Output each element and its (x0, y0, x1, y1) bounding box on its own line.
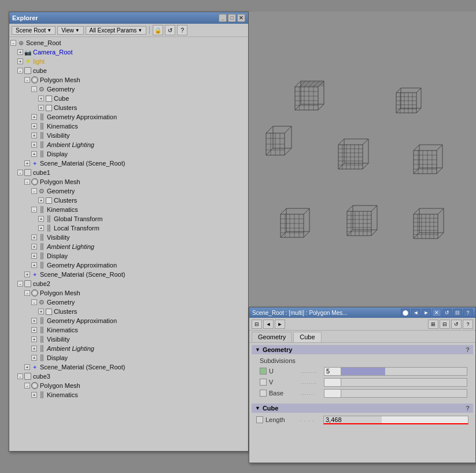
props-icon-2[interactable]: ↺ (442, 309, 452, 317)
tree-item-cube_geom_approx[interactable]: +Geometry Approximation (9, 112, 248, 122)
tree-item-cube1_geometry_group[interactable]: -⚙Geometry (9, 186, 248, 196)
cube-section-header[interactable]: ▼ Cube ? (252, 404, 473, 413)
expand-btn-cube_display[interactable]: + (31, 151, 37, 157)
expand-btn-cube2_geometry_group[interactable]: - (31, 299, 37, 305)
expand-btn-cube3[interactable]: - (17, 373, 23, 379)
tab-geometry[interactable]: Geometry (252, 332, 292, 342)
tree-item-cube_clusters[interactable]: +Clusters (9, 103, 248, 112)
tree-item-cube2_geom_approx[interactable]: +Geometry Approximation (9, 316, 248, 325)
expand-btn-cube1_ambient[interactable]: + (31, 244, 37, 250)
tree-item-cube1_scene_mat[interactable]: +✦Scene_Material (Scene_Root) (9, 270, 248, 279)
expand-btn-cube2_visibility[interactable]: + (31, 336, 37, 342)
expand-btn-cube2_scene_mat[interactable]: + (24, 364, 30, 370)
expand-btn-cube2_geom_approx[interactable]: + (31, 318, 37, 324)
length-value-box[interactable]: 3,468 (323, 416, 468, 424)
props-icon-1[interactable]: ⬤ (401, 309, 410, 317)
tree-item-cube_display[interactable]: +Display (9, 149, 248, 159)
u-slider[interactable] (341, 367, 467, 376)
props-toolbar-btn-1[interactable]: ⊟ (252, 320, 262, 329)
expand-btn-cube_scene_mat[interactable]: + (24, 160, 30, 166)
expand-btn-cube1_scene_mat[interactable]: + (24, 272, 30, 277)
expand-btn-cube_geom_approx[interactable]: + (31, 114, 37, 120)
view-button[interactable]: View ▼ (57, 26, 83, 35)
maximize-button[interactable]: □ (228, 14, 236, 22)
expand-btn-cube_polygon_mesh[interactable]: - (24, 77, 30, 83)
expand-btn-cube2_clusters[interactable]: + (38, 309, 44, 314)
expand-btn-cube1_polygon_mesh[interactable]: - (24, 179, 30, 185)
expand-btn-cube_clusters[interactable]: + (38, 105, 44, 111)
tree-item-cube2_polygon_mesh[interactable]: -Polygon Mesh (9, 288, 248, 298)
close-button[interactable]: ✕ (237, 14, 245, 22)
expand-btn-cube1_geom_approx[interactable]: + (31, 262, 37, 268)
geometry-question-icon[interactable]: ? (466, 346, 470, 353)
refresh-icon[interactable]: ↺ (165, 25, 175, 35)
props-icon-3[interactable]: ⊟ (453, 309, 462, 317)
expand-btn-cube_visibility[interactable]: + (31, 133, 37, 138)
geometry-section-header[interactable]: ▼ Geometry ? (252, 345, 473, 354)
tree-container[interactable]: -⊕Scene_Root+📷Camera_Root+☀light-cube-Po… (9, 37, 248, 451)
expand-btn-cube_cube[interactable]: + (38, 96, 44, 101)
tree-item-cube3[interactable]: -cube3 (9, 372, 248, 381)
expand-btn-cube1_geometry_group[interactable]: - (31, 188, 37, 194)
props-nav-forward[interactable]: ► (422, 309, 431, 317)
expand-btn-cube2_display[interactable]: + (31, 355, 37, 361)
props-toolbar-btn-3[interactable]: ► (275, 320, 285, 329)
tree-item-cube2_clusters[interactable]: +Clusters (9, 307, 248, 316)
tree-item-cube1_global_transform[interactable]: +Global Transform (9, 214, 248, 223)
props-toolbar-btn-2[interactable]: ◄ (263, 320, 274, 329)
tree-item-cube_polygon_mesh[interactable]: -Polygon Mesh (9, 75, 248, 85)
help-icon[interactable]: ? (177, 25, 187, 35)
expand-btn-scene_root[interactable]: - (10, 40, 16, 46)
u-value[interactable]: 5 (324, 367, 341, 376)
expand-btn-cube1_global_transform[interactable]: + (38, 216, 44, 222)
expand-btn-camera_root[interactable]: + (17, 49, 23, 55)
expand-btn-cube1_local_transform[interactable]: + (38, 225, 44, 231)
lock-icon[interactable]: 🔒 (153, 25, 163, 35)
expand-btn-light[interactable]: + (17, 58, 23, 64)
tree-item-cube2[interactable]: -cube2 (9, 279, 248, 288)
tree-item-cube2_geometry_group[interactable]: -⚙Geometry (9, 298, 248, 307)
cube-question-icon[interactable]: ? (466, 405, 470, 412)
tree-item-cube2_visibility[interactable]: +Visibility (9, 335, 248, 344)
tree-item-cube1[interactable]: -cube1 (9, 168, 248, 177)
tree-item-light[interactable]: +☀light (9, 57, 248, 66)
props-help-icon[interactable]: ? (463, 309, 473, 317)
tree-item-cube_cube[interactable]: +Cube (9, 94, 248, 103)
expand-btn-cube1_clusters[interactable]: + (38, 197, 44, 203)
expand-btn-cube[interactable]: - (17, 68, 23, 74)
expand-btn-cube3_polygon_mesh[interactable]: - (24, 383, 30, 388)
props-toolbar-btn-5[interactable]: ⊟ (440, 320, 450, 329)
tree-item-cube3_kinematics[interactable]: +Kinematics (9, 390, 248, 399)
expand-btn-cube3_kinematics[interactable]: + (31, 392, 37, 398)
tree-item-cube[interactable]: -cube (9, 66, 248, 75)
base-checkbox[interactable] (260, 390, 267, 397)
expand-btn-cube1_kinematics[interactable]: - (31, 207, 37, 212)
expand-btn-cube2_kinematics[interactable]: + (31, 327, 37, 333)
tree-item-cube2_display[interactable]: +Display (9, 353, 248, 362)
expand-btn-cube_kinematics[interactable]: + (31, 123, 37, 129)
u-checkbox[interactable] (260, 368, 267, 375)
minimize-button[interactable]: _ (219, 14, 227, 22)
props-toolbar-btn-6[interactable]: ↺ (451, 320, 462, 329)
tree-item-cube3_polygon_mesh[interactable]: -Polygon Mesh (9, 381, 248, 390)
tree-item-cube1_geom_approx[interactable]: +Geometry Approximation (9, 261, 248, 270)
props-toolbar-btn-4[interactable]: ⊞ (428, 320, 438, 329)
base-slider[interactable] (341, 389, 467, 398)
tab-cube[interactable]: Cube (293, 332, 321, 342)
expand-btn-cube1[interactable]: - (17, 170, 23, 175)
tree-item-cube2_ambient[interactable]: +Ambient Lighting (9, 344, 248, 353)
props-nav-back[interactable]: ◄ (411, 309, 420, 317)
props-close-btn[interactable]: ✕ (432, 309, 441, 317)
v-slider[interactable] (341, 378, 467, 387)
expand-btn-cube2_ambient[interactable]: + (31, 346, 37, 351)
tree-item-cube1_visibility[interactable]: +Visibility (9, 233, 248, 242)
v-value[interactable] (324, 378, 341, 387)
length-checkbox[interactable] (256, 416, 263, 423)
tree-item-cube2_scene_mat[interactable]: +✦Scene_Material (Scene_Root) (9, 362, 248, 372)
expand-btn-cube_geometry_group[interactable]: - (31, 86, 37, 92)
tree-item-cube2_kinematics[interactable]: +Kinematics (9, 325, 248, 335)
expand-btn-cube2[interactable]: - (17, 281, 23, 287)
props-toolbar-btn-7[interactable]: ? (463, 320, 473, 329)
tree-item-cube1_ambient[interactable]: +Ambient Lighting (9, 242, 248, 251)
tree-item-cube_geometry_group[interactable]: -⚙Geometry (9, 85, 248, 94)
